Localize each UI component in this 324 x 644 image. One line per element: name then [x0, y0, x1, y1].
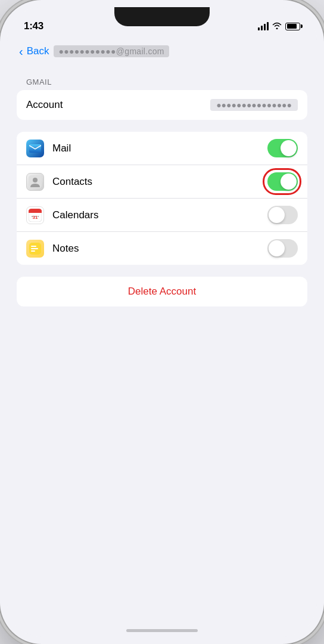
contacts-toggle[interactable]: [267, 172, 298, 191]
status-time: 1:43: [24, 20, 43, 32]
calendars-label: Calendars: [52, 209, 267, 221]
notes-row: Notes: [17, 232, 307, 265]
notes-label: Notes: [52, 243, 267, 255]
svg-rect-12: [31, 248, 38, 249]
nav-bar: ‹ Back ●●●●●●●●●●●@gmail.com: [7, 37, 317, 66]
svg-text:31: 31: [33, 215, 38, 220]
svg-point-9: [38, 216, 39, 217]
mail-label: Mail: [52, 143, 267, 154]
calendars-row: 31 Calendars: [17, 199, 307, 232]
contacts-toggle-knob: [281, 174, 297, 190]
svg-point-2: [33, 178, 38, 182]
mail-toggle-knob: [281, 140, 297, 156]
phone-frame: 1:43 ‹ Bac: [0, 0, 324, 644]
account-group: Account ●●●●●●●●●●●●●●●: [17, 90, 307, 120]
svg-rect-0: [29, 144, 41, 153]
notch: [114, 7, 210, 26]
toggles-group: Mail C: [17, 132, 307, 265]
home-indicator: [7, 617, 317, 637]
section-label: GMAIL: [17, 78, 307, 86]
mail-toggle[interactable]: [267, 139, 298, 157]
calendars-app-icon: 31: [26, 206, 44, 224]
contacts-label: Contacts: [52, 176, 267, 188]
calendars-toggle[interactable]: [267, 206, 298, 224]
back-label: Back: [27, 45, 49, 57]
notes-toggle-knob: [269, 240, 285, 256]
notes-toggle[interactable]: [267, 239, 298, 258]
svg-rect-11: [31, 246, 36, 247]
notes-app-icon: [26, 240, 44, 258]
back-button[interactable]: ‹ Back: [19, 45, 49, 58]
account-section: GMAIL Account ●●●●●●●●●●●●●●●: [17, 78, 307, 120]
svg-rect-5: [29, 211, 42, 213]
delete-account-label: Delete Account: [128, 286, 196, 298]
contacts-app-icon: [26, 173, 44, 191]
signal-icon: [258, 22, 269, 30]
delete-section: Delete Account: [17, 277, 307, 306]
home-bar: [126, 629, 198, 632]
content: GMAIL Account ●●●●●●●●●●●●●●●: [7, 66, 317, 617]
status-icons: [258, 21, 300, 31]
contacts-row: Contacts: [17, 165, 307, 199]
account-row: Account ●●●●●●●●●●●●●●●: [17, 90, 307, 120]
mail-app-icon: [26, 140, 44, 157]
back-chevron-icon: ‹: [19, 45, 23, 58]
wifi-icon: [272, 21, 282, 31]
account-label: Account: [26, 99, 210, 111]
nav-email: ●●●●●●●●●●●@gmail.com: [54, 45, 169, 57]
svg-point-7: [32, 216, 33, 217]
mail-row: Mail: [17, 132, 307, 165]
delete-account-button[interactable]: Delete Account: [17, 277, 307, 306]
svg-point-8: [35, 216, 36, 217]
account-value: ●●●●●●●●●●●●●●●: [210, 99, 298, 111]
svg-rect-13: [31, 250, 35, 252]
toggles-section: Mail C: [17, 132, 307, 265]
battery-icon: [285, 23, 300, 30]
screen: 1:43 ‹ Bac: [7, 7, 317, 637]
calendars-toggle-knob: [269, 207, 285, 223]
